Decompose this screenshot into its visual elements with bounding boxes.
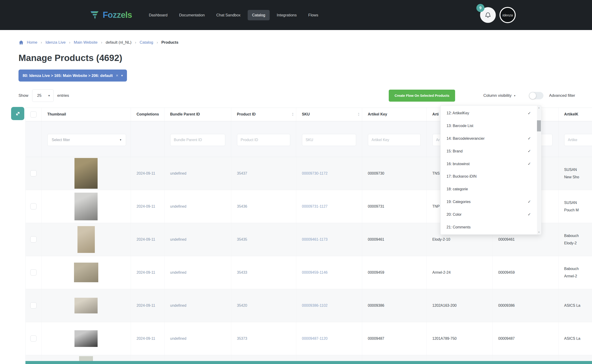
nav-item-integrations[interactable]: Integrations [272,10,301,20]
column-header-product-id[interactable]: Product ID▲▼ [231,108,296,121]
show-label: Show [19,93,28,98]
scroll-down-icon[interactable]: ▼ [537,230,541,234]
cell-name: SUSANNew Sho [558,157,592,190]
cell-sku[interactable]: 00009731-1127 [296,190,362,223]
filter-input-artikelk[interactable] [564,134,592,146]
fozzels-logo-icon [89,10,100,20]
notifications-button[interactable]: 9 [480,7,496,23]
filter-input-product-id[interactable] [237,134,290,146]
menu-item-label: 20: Color [447,213,462,217]
breadcrumb-item-idenza-live[interactable]: Idenza Live [46,40,66,45]
chevron-down-icon[interactable]: ▾ [121,74,123,77]
select-filter-placeholder: Select filter [52,138,70,142]
cell-completions[interactable]: 2024-09-11 [131,289,164,322]
cell-artikel-key: 00009731 [362,190,426,223]
breadcrumb-item-main-website[interactable]: Main Website [74,40,98,45]
horizontal-scrollbar[interactable] [26,361,592,364]
expand-table-button[interactable] [11,107,24,120]
row-checkbox[interactable] [30,203,37,209]
row-checkbox[interactable] [30,236,37,242]
scope-filter-chip[interactable]: 80: Idenza Live > 165: Main Website > 20… [19,70,127,82]
menu-item-14-barcodeleverancier[interactable]: 14: Barcodeleverancier✓ [441,132,541,145]
sort-icon[interactable]: ▲▼ [358,112,360,117]
cell-completions[interactable]: 2024-09-11 [131,256,164,289]
nav-item-dashboard[interactable]: Dashboard [145,10,172,20]
menu-item-15-brand[interactable]: 15: Brand✓ [441,145,541,157]
scroll-up-icon[interactable]: ▲ [537,106,541,110]
cell-completions[interactable]: 2024-09-11 [131,223,164,256]
filter-cell-empty [26,121,41,157]
breadcrumb-separator: › [135,40,136,45]
cell-completions[interactable]: 2024-09-11 [131,157,164,190]
cell-bundle-parent-id[interactable]: undefined [164,289,231,322]
scrollbar-thumb[interactable] [537,120,541,131]
cell-product-id[interactable]: 35373 [231,322,296,355]
row-checkbox[interactable] [30,335,37,342]
cell-product-id[interactable]: 35437 [231,157,296,190]
create-flow-button[interactable]: Create Flow On Selected Products [389,90,455,102]
nav-item-chat-sandbox[interactable]: Chat Sandbox [212,10,245,20]
breadcrumb-item-home[interactable]: Home [27,40,37,45]
cell-artikel-key: 00009459 [362,256,426,289]
menu-item-12-artikelkey[interactable]: 12: ArtikelKey✓ [441,107,541,120]
cell-bundle-parent-id[interactable]: undefined [164,256,231,289]
cell-bundle-parent-id[interactable]: undefined [164,223,231,256]
filter-input-bundle-parent-id[interactable] [170,134,225,146]
product-thumbnail [74,193,98,220]
column-visibility-label: Column visibility [483,93,511,98]
close-icon[interactable]: × [116,73,118,78]
nav-item-documentation[interactable]: Documentation [175,10,209,20]
cell-product-id[interactable]: 35435 [231,223,296,256]
row-checkbox[interactable] [30,269,37,276]
sort-icon[interactable]: ▲▼ [292,112,294,117]
caret-down-icon: ▼ [120,139,122,141]
cell-completions[interactable]: 2024-09-11 [131,190,164,223]
row-checkbox[interactable] [30,170,37,176]
menu-item-18-categorie[interactable]: 18: categorie [441,183,541,196]
cell-product-id[interactable]: 35433 [231,256,296,289]
check-icon: ✓ [528,199,531,204]
thumbnail-filter-select[interactable]: Select filter▼ [47,134,126,146]
cell-product-id[interactable]: 35436 [231,190,296,223]
column-header-sku[interactable]: SKU▲▼ [296,108,362,121]
brand-name: Fozzels [103,10,132,20]
menu-item-20-color[interactable]: 20: Color✓ [441,208,541,221]
select-all-checkbox[interactable] [30,111,37,117]
filter-input-artikel-key[interactable] [368,134,421,146]
breadcrumb-item-catalog[interactable]: Catalog [140,40,153,45]
nav-item-flows[interactable]: Flows [304,10,323,20]
cell-sku[interactable]: 00009461-1173 [296,223,362,256]
column-visibility-button[interactable]: Column visibility ▾ [483,93,515,98]
menu-item-21-comments[interactable]: 21: Comments [441,221,541,234]
nav-item-catalog[interactable]: Catalog [248,10,270,20]
menu-item-label: 19: Categories [447,200,471,204]
filter-input-sku[interactable] [302,134,356,146]
cell-sku[interactable]: 00009386-1102 [296,289,362,322]
menu-item-16-brutowinst[interactable]: 16: brutowinst✓ [441,157,541,170]
menu-item-13-barcode-list[interactable]: 13: Barcode List [441,120,541,132]
cell-bundle-parent-id[interactable]: undefined [164,322,231,355]
cell-bundle-parent-id[interactable]: undefined [164,157,231,190]
brand-logo[interactable]: Fozzels [89,10,132,20]
cell-bundle-parent-id[interactable]: undefined [164,190,231,223]
cell-sku[interactable]: 00009730-1172 [296,157,362,190]
column-visibility-menu: 12: ArtikelKey✓13: Barcode List14: Barco… [440,105,541,235]
cell-thumbnail [41,322,131,355]
advanced-filter-label: Advanced filter [549,93,575,98]
page-size-select[interactable]: 25 ▼ [32,89,54,102]
menu-item-label: 12: ArtikelKey [447,111,469,115]
menu-scrollbar[interactable]: ▲ ▼ [537,106,541,234]
cell-product-id[interactable]: 35420 [231,289,296,322]
menu-item-17-buckaroo-idin[interactable]: 17: Buckaroo iDIN [441,170,541,183]
cell-artikel-code: 1201A789-750 [426,322,492,355]
row-checkbox[interactable] [30,302,37,309]
cell-completions[interactable]: 2024-09-11 [131,322,164,355]
navbar: Fozzels DashboardDocumentationChat Sandb… [0,0,592,30]
menu-item-19-categories[interactable]: 19: Categories✓ [441,196,541,208]
column-header-artikel-key: Artikel Key [362,108,426,121]
advanced-filter-toggle[interactable] [529,92,544,99]
toggle-knob [529,92,536,99]
cell-sku[interactable]: 00009459-1146 [296,256,362,289]
user-avatar[interactable]: Idenza [499,7,516,23]
cell-sku[interactable]: 00009487-1120 [296,322,362,355]
